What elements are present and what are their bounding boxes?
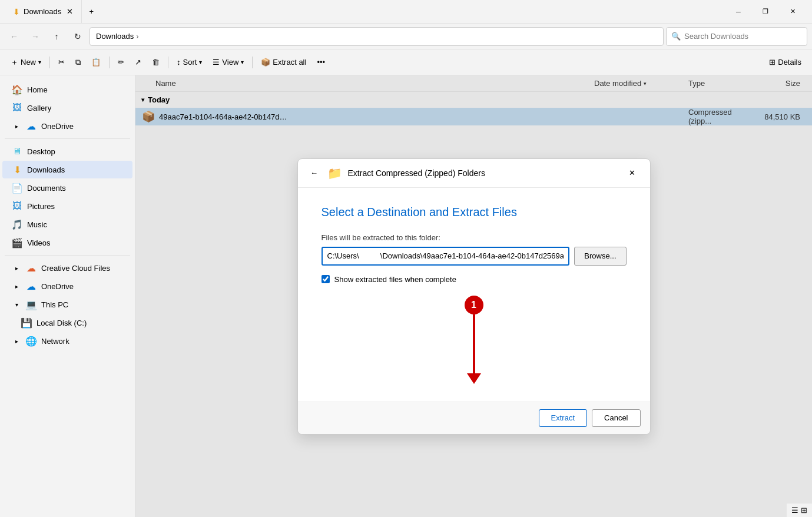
details-button[interactable]: ⊞ Details (764, 53, 806, 72)
rename-button[interactable]: ✏ (113, 53, 129, 72)
share-icon: ↗ (135, 58, 141, 67)
downloads-icon: ⬇ (12, 164, 22, 175)
tab-downloads[interactable]: ⬇ Downloads ✕ (6, 0, 82, 23)
search-icon: 🔍 (671, 32, 681, 41)
sidebar-label-onedrive2: OneDrive (41, 282, 125, 291)
tab-download-icon: ⬇ (13, 7, 20, 16)
cc-expand-icon: ▸ (12, 265, 21, 271)
dialog-close-button[interactable]: ✕ (624, 165, 641, 181)
sidebar-label-desktop: Desktop (27, 147, 112, 156)
extract-all-button[interactable]: 📦 Extract all (256, 53, 311, 72)
sidebar-item-onedrive2[interactable]: ▸ ☁ OneDrive (2, 277, 132, 295)
dialog-path-input[interactable] (322, 247, 570, 266)
delete-button[interactable]: 🗑 (147, 53, 164, 72)
status-grid-icon[interactable]: ⊞ (801, 506, 807, 515)
onedrive-expand-icon: ▸ (12, 123, 21, 130)
annotation-arrow-line (473, 314, 475, 373)
view-button[interactable]: ☰ View ▾ (208, 53, 248, 72)
dialog-cancel-button[interactable]: Cancel (592, 409, 640, 427)
cut-icon: ✂ (58, 58, 65, 67)
dialog-browse-button[interactable]: Browse... (574, 247, 626, 266)
cut-button[interactable]: ✂ (54, 53, 69, 72)
new-button[interactable]: ＋ New ▾ (6, 53, 46, 72)
sidebar-item-downloads[interactable]: ⬇ Downloads 📌 (2, 161, 132, 178)
sidebar-divider-2 (5, 255, 130, 256)
home-icon: 🏠 (12, 84, 22, 95)
dialog-checkbox-label: Show extracted files when complete (334, 275, 456, 284)
share-button[interactable]: ↗ (130, 53, 146, 72)
more-button[interactable]: ••• (312, 53, 330, 72)
address-path[interactable]: Downloads › (90, 27, 664, 46)
sidebar-item-thispc[interactable]: ▾ 💻 This PC (2, 296, 132, 313)
annotation-area: 1 (322, 296, 627, 390)
onedrive2-icon: ☁ (26, 281, 37, 291)
rename-icon: ✏ (118, 58, 124, 67)
dialog-back-button[interactable]: ← (307, 166, 322, 180)
tab-close-button[interactable]: ✕ (65, 7, 74, 16)
minimize-button[interactable]: ─ (725, 2, 752, 21)
dialog-checkbox-row: Show extracted files when complete (322, 275, 627, 284)
sidebar-item-creative-cloud[interactable]: ▸ ☁ Creative Cloud Files (2, 259, 132, 277)
status-list-icon[interactable]: ☰ (791, 506, 798, 515)
network-expand-icon: ▸ (12, 338, 21, 344)
copy-icon: ⧉ (75, 58, 81, 67)
sort-button[interactable]: ↕ Sort ▾ (172, 53, 207, 72)
sidebar-item-videos[interactable]: 🎬 Videos 📌 (2, 234, 132, 251)
toolbar-separator-4 (252, 57, 253, 68)
address-path-text: Downloads (96, 32, 134, 41)
dialog-extract-button[interactable]: Extract (539, 409, 587, 427)
toolbar-separator-1 (49, 57, 50, 68)
up-button[interactable]: ↑ (47, 27, 66, 46)
sort-icon: ↕ (177, 58, 181, 67)
toolbar: ＋ New ▾ ✂ ⧉ 📋 ✏ ↗ 🗑 ↕ Sort ▾ ☰ View ▾ 📦 … (0, 49, 812, 75)
copy-button[interactable]: ⧉ (71, 53, 85, 72)
sidebar-item-localdisk[interactable]: 💾 Local Disk (C:) (2, 314, 132, 332)
music-icon: 🎵 (12, 219, 22, 230)
new-tab-button[interactable]: + (82, 2, 101, 21)
videos-icon: 🎬 (12, 237, 22, 248)
main-layout: 🏠 Home 🖼 Gallery ▸ ☁ OneDrive 🖥 Desktop … (0, 75, 812, 517)
sidebar-item-gallery[interactable]: 🖼 Gallery (2, 99, 132, 117)
window-controls: ─ ❐ ✕ (725, 2, 806, 21)
sidebar-divider-1 (5, 138, 130, 139)
close-window-button[interactable]: ✕ (779, 2, 806, 21)
refresh-button[interactable]: ↻ (68, 27, 87, 46)
title-bar: ⬇ Downloads ✕ + ─ ❐ ✕ (0, 0, 812, 24)
content-area: Name Date modified ▾ Type Size ▾ Today 📦… (135, 75, 812, 517)
search-box[interactable]: 🔍 (666, 27, 807, 46)
dialog-footer: Extract Cancel (298, 402, 650, 434)
sidebar-item-home[interactable]: 🏠 Home (2, 81, 132, 98)
sidebar-label-creative-cloud: Creative Cloud Files (41, 264, 125, 273)
dialog-back-icon: ← (310, 168, 318, 177)
sidebar-item-pictures[interactable]: 🖼 Pictures 📌 (2, 197, 132, 215)
sidebar-label-pictures: Pictures (27, 202, 112, 211)
dialog-title: Extract Compressed (Zipped) Folders (348, 168, 618, 178)
view-label: View (222, 58, 238, 67)
paste-button[interactable]: 📋 (87, 53, 105, 72)
documents-icon: 📄 (12, 183, 22, 193)
tab-label: Downloads (24, 7, 61, 16)
sidebar: 🏠 Home 🖼 Gallery ▸ ☁ OneDrive 🖥 Desktop … (0, 75, 135, 517)
search-input[interactable] (684, 32, 802, 41)
annotation-arrow-head (467, 373, 481, 384)
sidebar-item-documents[interactable]: 📄 Documents 📌 (2, 179, 132, 197)
toolbar-separator-2 (109, 57, 110, 68)
desktop-icon: 🖥 (12, 146, 22, 157)
forward-button[interactable]: → (26, 27, 45, 46)
thispc-icon: 💻 (26, 299, 37, 310)
sidebar-label-gallery: Gallery (27, 104, 125, 112)
address-bar: ← → ↑ ↻ Downloads › 🔍 (0, 24, 812, 49)
maximize-button[interactable]: ❐ (752, 2, 779, 21)
show-extracted-checkbox[interactable] (322, 275, 330, 283)
back-button[interactable]: ← (5, 27, 24, 46)
dialog-heading: Select a Destination and Extract Files (322, 206, 627, 219)
more-icon: ••• (317, 58, 325, 67)
sidebar-item-music[interactable]: 🎵 Music 📌 (2, 216, 132, 233)
extract-dialog: ← 📁 Extract Compressed (Zipped) Folders … (297, 158, 651, 435)
sidebar-item-network[interactable]: ▸ 🌐 Network (2, 332, 132, 350)
sidebar-item-onedrive[interactable]: ▸ ☁ OneDrive (2, 117, 132, 135)
view-icon: ☰ (213, 58, 220, 67)
annotation-circle: 1 (465, 296, 483, 314)
sidebar-item-desktop[interactable]: 🖥 Desktop 📌 (2, 142, 132, 160)
address-path-arrow: › (136, 32, 138, 41)
